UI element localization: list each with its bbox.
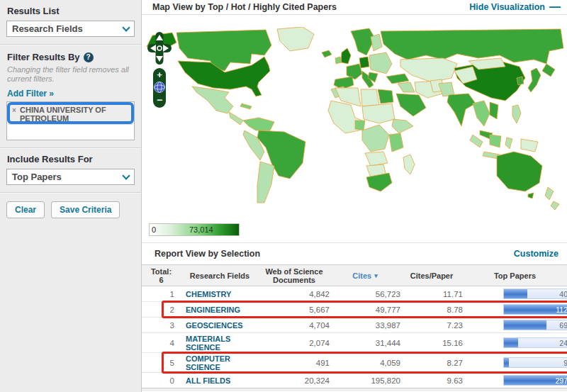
filter-by-section: Filter Results By ? Changing the filter … xyxy=(0,45,141,148)
row-docs-value: 2,074 xyxy=(259,333,330,352)
row-rank: 4 xyxy=(142,333,181,352)
include-results-label: Include Results For xyxy=(6,152,135,169)
top-papers-value: 297 xyxy=(555,376,567,385)
top-papers-bar-fill xyxy=(504,289,527,298)
row-cites-per-paper-value: 15.16 xyxy=(400,333,463,352)
table-row[interactable]: 0 ALL FIELDS 20,324 195,820 9.63 297 xyxy=(142,373,567,388)
field-link[interactable]: GEOSCIENCES xyxy=(181,318,259,332)
top-papers-bar: 112 xyxy=(503,304,567,315)
active-filters-list[interactable]: × CHINA UNIVERSITY OF PETROLEUM xyxy=(6,101,135,140)
map-countries[interactable] xyxy=(147,27,563,210)
top-papers-cell: 112 xyxy=(463,302,567,317)
field-link[interactable]: ENGINEERING xyxy=(181,302,259,317)
table-row[interactable]: 2 ENGINEERING 5,667 49,777 8.78 112 xyxy=(142,302,567,318)
total-header: Total: 6 xyxy=(142,265,181,286)
row-cites-per-paper-value: 7.23 xyxy=(400,318,463,332)
world-map[interactable] xyxy=(145,27,565,217)
top-papers-value: 24 xyxy=(559,339,567,347)
total-count: 6 xyxy=(159,276,163,284)
add-filter-link[interactable]: Add Filter » xyxy=(6,89,54,99)
row-docs-value: 491 xyxy=(259,353,330,372)
globe-icon xyxy=(155,82,165,93)
include-results-value: Top Papers xyxy=(12,172,62,182)
column-research-fields: Research Fields xyxy=(181,265,259,286)
row-cites-value: 49,777 xyxy=(330,302,400,317)
top-papers-bar: 297 xyxy=(503,375,567,386)
row-rank: 0 xyxy=(142,373,181,388)
legend-min-value: 0 xyxy=(152,225,156,234)
top-papers-bar-fill xyxy=(504,338,518,347)
table-row[interactable]: 3 GEOSCIENCES 4,704 33,987 7.23 69 xyxy=(142,318,567,333)
results-list-label: Results List xyxy=(6,4,135,21)
legend-max-value: 73,014 xyxy=(189,225,213,234)
table-row[interactable]: 1 CHEMISTRY 4,842 56,723 11.71 40 xyxy=(142,286,567,302)
field-link[interactable]: ALL FIELDS xyxy=(181,373,259,388)
map-view-header: Map View by Top / Hot / Highly Cited Pap… xyxy=(142,0,567,15)
top-papers-cell: 40 xyxy=(463,286,567,301)
filter-by-label: Filter Results By xyxy=(7,52,80,62)
row-cites-per-paper-value: 9.63 xyxy=(400,373,463,388)
top-papers-cell: 24 xyxy=(463,333,567,352)
world-map-area: + − 0 73,014 xyxy=(142,15,567,243)
report-view-title: Report View by Selection xyxy=(155,249,514,259)
row-cites-per-paper-value: 8.27 xyxy=(400,353,463,372)
top-papers-cell: 69 xyxy=(463,318,567,332)
top-papers-bar: 24 xyxy=(503,337,567,348)
top-papers-bar-fill xyxy=(504,358,509,367)
top-papers-bar: 9 xyxy=(503,357,567,368)
filter-tag[interactable]: × CHINA UNIVERSITY OF PETROLEUM xyxy=(9,103,133,125)
row-rank: 3 xyxy=(142,318,181,332)
field-link[interactable]: CHEMISTRY xyxy=(181,286,259,301)
zoom-in-icon: + xyxy=(157,69,162,80)
row-docs-value: 4,842 xyxy=(259,286,330,301)
row-docs-value: 20,324 xyxy=(259,373,330,388)
row-cites-value: 4,059 xyxy=(330,353,400,372)
table-row[interactable]: 4 MATERIALS SCIENCE 2,074 31,444 15.16 2… xyxy=(142,333,567,353)
row-docs-value: 4,704 xyxy=(259,318,330,332)
row-cites-per-paper-value: 8.78 xyxy=(400,302,463,317)
map-view-title: Map View by Top / Hot / Highly Cited Pap… xyxy=(152,2,469,12)
results-list-value: Research Fields xyxy=(12,23,83,34)
results-list-select[interactable]: Research Fields xyxy=(6,21,135,37)
top-papers-cell: 297 xyxy=(463,373,567,388)
help-icon[interactable]: ? xyxy=(84,52,94,62)
column-top-papers: Top Papers xyxy=(463,265,567,286)
row-cites-value: 56,723 xyxy=(330,286,400,301)
collapse-icon[interactable]: — xyxy=(549,1,560,13)
page-bottom-strip xyxy=(142,388,567,391)
filters-sidebar: Results List Research Fields Filter Resu… xyxy=(0,0,142,392)
esi-page: Results List Research Fields Filter Resu… xyxy=(0,0,567,392)
row-cites-value: 195,820 xyxy=(330,373,400,388)
top-papers-value: 69 xyxy=(559,321,567,330)
include-results-select[interactable]: Top Papers xyxy=(6,169,135,185)
table-header-row: Total: 6 Research Fields Web of Science … xyxy=(142,264,567,286)
row-cites-value: 31,444 xyxy=(330,333,400,352)
main-panel: Map View by Top / Hot / Highly Cited Pap… xyxy=(142,0,567,392)
column-cites-sort[interactable]: Cites ▾ xyxy=(330,265,400,286)
top-papers-bar: 69 xyxy=(503,320,567,330)
map-pan-control[interactable] xyxy=(147,32,172,65)
customize-link[interactable]: Customize xyxy=(514,249,558,259)
report-table-body: 1 CHEMISTRY 4,842 56,723 11.71 40 2 ENGI… xyxy=(142,286,567,388)
row-rank: 2 xyxy=(142,302,181,317)
choropleth-legend: 0 73,014 xyxy=(149,223,240,236)
top-papers-value: 40 xyxy=(559,290,567,298)
remove-filter-icon[interactable]: × xyxy=(12,106,16,115)
field-link[interactable]: COMPUTER SCIENCE xyxy=(181,353,259,372)
row-cites-value: 33,987 xyxy=(330,318,400,332)
field-link[interactable]: MATERIALS SCIENCE xyxy=(181,333,259,352)
filter-note: Changing the filter field removes all cu… xyxy=(6,65,133,84)
filter-tag-label: CHINA UNIVERSITY OF PETROLEUM xyxy=(20,106,106,123)
top-papers-bar: 40 xyxy=(503,289,567,299)
column-wos-documents: Web of Science Documents xyxy=(259,265,330,286)
report-table: Total: 6 Research Fields Web of Science … xyxy=(142,264,567,388)
clear-button[interactable]: Clear xyxy=(6,201,45,218)
top-papers-value: 9 xyxy=(563,359,567,367)
top-papers-value: 112 xyxy=(556,306,567,314)
table-row[interactable]: 5 COMPUTER SCIENCE 491 4,059 8.27 9 xyxy=(142,353,567,373)
map-zoom-control[interactable]: + − xyxy=(152,67,167,108)
sidebar-actions: Clear Save Criteria xyxy=(0,193,141,227)
save-criteria-button[interactable]: Save Criteria xyxy=(51,201,120,218)
row-docs-value: 5,667 xyxy=(259,302,330,317)
hide-visualization-link[interactable]: Hide Visualization xyxy=(469,2,545,12)
